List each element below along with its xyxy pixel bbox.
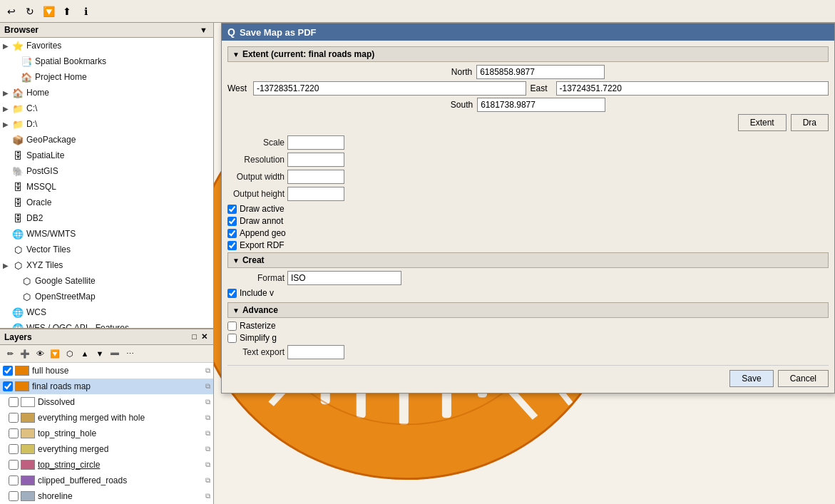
tree-item-c[interactable]: ▶ 📁 C:\ bbox=[0, 101, 213, 116]
draw-annot-checkbox[interactable] bbox=[227, 217, 237, 226]
toolbar-info-btn[interactable]: ℹ bbox=[77, 3, 94, 20]
save-button[interactable]: Save bbox=[729, 370, 773, 387]
tree-item-mssql[interactable]: 🗄 MSSQL bbox=[0, 179, 213, 195]
dialog-qgis-icon: Q bbox=[227, 26, 235, 38]
layers-group-btn[interactable]: ⬡ bbox=[63, 346, 77, 361]
east-input[interactable] bbox=[556, 81, 829, 96]
layer-checkbox-emhole[interactable] bbox=[9, 413, 19, 423]
layer-checkbox-full-house[interactable] bbox=[3, 366, 13, 376]
tree-item-spatialite[interactable]: 🗄 SpatiaLite bbox=[0, 148, 213, 163]
tree-label-postgis: PostGIS bbox=[26, 166, 58, 176]
tree-item-oracle[interactable]: 🗄 Oracle bbox=[0, 195, 213, 210]
tree-item-d[interactable]: ▶ 📁 D:\ bbox=[0, 116, 213, 132]
layer-top-string-circle[interactable]: top_string_circle ⧉ bbox=[0, 457, 213, 473]
dialog-btn-row: Save Cancel bbox=[227, 365, 829, 387]
include-v-checkbox[interactable] bbox=[227, 289, 237, 298]
tree-label-home: Home bbox=[26, 88, 49, 98]
layers-eye-btn[interactable]: 👁 bbox=[33, 346, 47, 361]
browser-collapse-btn[interactable]: ▼ bbox=[198, 25, 209, 35]
tree-item-postgis[interactable]: 🐘 PostGIS bbox=[0, 163, 213, 179]
tree-item-vector-tiles[interactable]: ⬡ Vector Tiles bbox=[0, 242, 213, 257]
layer-swatch-full-house bbox=[15, 366, 29, 376]
layers-filter-btn[interactable]: 🔽 bbox=[48, 346, 62, 361]
west-input[interactable] bbox=[253, 81, 526, 96]
resolution-input[interactable] bbox=[287, 153, 344, 167]
tree-item-home[interactable]: ▶ 🏠 Home bbox=[0, 85, 213, 101]
simplify-checkbox[interactable] bbox=[227, 334, 237, 343]
simplify-label: Simplify g bbox=[240, 333, 277, 343]
layer-label-emhole: everything merged with hole bbox=[38, 413, 205, 423]
tree-item-db2[interactable]: 🗄 DB2 bbox=[0, 210, 213, 226]
tree-item-project-home[interactable]: 🏠 Project Home bbox=[0, 69, 213, 85]
cancel-button[interactable]: Cancel bbox=[778, 370, 829, 387]
layer-everything-merged-hole[interactable]: everything merged with hole ⧉ bbox=[0, 410, 213, 426]
browser-tree[interactable]: ▶ ⭐ Favorites 📑 Spatial Bookmarks 🏠 Proj… bbox=[0, 38, 213, 328]
append-geo-checkbox[interactable] bbox=[227, 229, 237, 238]
draw-button[interactable]: Dra bbox=[791, 114, 829, 131]
create-arrow: ▼ bbox=[232, 257, 240, 264]
browser-section: Browser ▼ ▶ ⭐ Favorites 📑 Spatial Bookma bbox=[0, 23, 213, 329]
tree-item-spatial-bookmarks[interactable]: 📑 Spatial Bookmarks bbox=[0, 53, 213, 69]
layers-up-btn[interactable]: ▲ bbox=[78, 346, 92, 361]
export-rdf-checkbox[interactable] bbox=[227, 241, 237, 250]
layers-resize-btn[interactable]: □ bbox=[190, 331, 198, 342]
layers-add-btn[interactable]: ➕ bbox=[18, 346, 32, 361]
tree-item-geopackage[interactable]: 📦 GeoPackage bbox=[0, 132, 213, 148]
toolbar-filter-btn[interactable]: 🔽 bbox=[40, 3, 57, 20]
tree-item-favorites[interactable]: ▶ ⭐ Favorites bbox=[0, 38, 213, 53]
format-input[interactable] bbox=[287, 271, 401, 285]
layer-checkbox-cbr[interactable] bbox=[9, 475, 19, 485]
layer-dissolved[interactable]: Dissolved ⧉ bbox=[0, 394, 213, 410]
layer-checkbox-tsh[interactable] bbox=[9, 428, 19, 438]
scale-input[interactable] bbox=[287, 135, 344, 150]
layer-checkbox-shoreline[interactable] bbox=[9, 491, 19, 501]
layer-checkbox-em[interactable] bbox=[9, 444, 19, 454]
expand-arrow-xyz: ▶ bbox=[3, 262, 11, 269]
layer-final-roads-map[interactable]: final roads map ⧉ bbox=[0, 379, 213, 394]
layers-list[interactable]: full house ⧉ final roads map ⧉ Dis bbox=[0, 363, 213, 504]
north-input[interactable] bbox=[476, 65, 605, 79]
layer-checkbox-final-roads-map[interactable] bbox=[3, 381, 13, 391]
mssql-icon: 🗄 bbox=[11, 180, 24, 193]
layer-checkbox-tsc[interactable] bbox=[9, 460, 19, 470]
draw-active-checkbox[interactable] bbox=[227, 205, 237, 214]
tree-item-wms[interactable]: 🌐 WMS/WMTS bbox=[0, 226, 213, 242]
layers-edit-btn[interactable]: ✏ bbox=[3, 346, 17, 361]
text-export-input[interactable] bbox=[287, 345, 344, 359]
layers-remove-btn[interactable]: ➖ bbox=[108, 346, 122, 361]
extent-collapse[interactable]: ▼ Extent (current: final roads map) bbox=[227, 46, 829, 62]
tree-item-xyz[interactable]: ▶ ⬡ XYZ Tiles bbox=[0, 257, 213, 273]
tree-label-project-home: Project Home bbox=[35, 72, 87, 82]
layers-header: Layers □ ✕ bbox=[0, 329, 213, 345]
layers-close-btn[interactable]: ✕ bbox=[200, 331, 209, 342]
toolbar-back-btn[interactable]: ↩ bbox=[3, 3, 20, 20]
layers-down-btn[interactable]: ▼ bbox=[93, 346, 107, 361]
layer-top-string-hole[interactable]: top_string_hole ⧉ bbox=[0, 426, 213, 441]
extent-button[interactable]: Extent bbox=[738, 114, 787, 131]
wcs-icon: 🌐 bbox=[11, 306, 24, 319]
toolbar-refresh-btn[interactable]: ↻ bbox=[21, 3, 39, 20]
tree-item-openstreetmap[interactable]: ⬡ OpenStreetMap bbox=[0, 289, 213, 304]
toolbar-upload-btn[interactable]: ⬆ bbox=[58, 3, 76, 20]
rasterize-checkbox[interactable] bbox=[227, 322, 237, 331]
create-collapse[interactable]: ▼ Creat bbox=[227, 252, 829, 268]
output-height-input[interactable] bbox=[287, 187, 344, 201]
tree-item-google-satellite[interactable]: ⬡ Google Satellite bbox=[0, 273, 213, 289]
layer-everything-merged[interactable]: everything merged ⧉ bbox=[0, 441, 213, 457]
tree-item-wcs[interactable]: 🌐 WCS bbox=[0, 304, 213, 320]
south-input[interactable] bbox=[477, 98, 605, 112]
layers-label: Layers bbox=[4, 332, 32, 342]
draw-annot-label: Draw annot bbox=[240, 216, 283, 226]
layers-extra-btn[interactable]: ⋯ bbox=[123, 346, 137, 361]
output-width-input[interactable] bbox=[287, 170, 344, 184]
layer-checkbox-dissolved[interactable] bbox=[9, 397, 19, 407]
tree-item-wfs[interactable]: 🌐 WFS / OGC API - Features bbox=[0, 320, 213, 328]
postgis-icon: 🐘 bbox=[11, 165, 24, 178]
layer-cbr[interactable]: clipped_buffered_roads ⧉ bbox=[0, 473, 213, 488]
wfs-icon: 🌐 bbox=[11, 322, 24, 328]
layer-icon-shoreline: ⧉ bbox=[205, 492, 210, 500]
advanced-collapse[interactable]: ▼ Advance bbox=[227, 302, 829, 318]
layer-shoreline[interactable]: shoreline ⧉ bbox=[0, 488, 213, 504]
layer-full-house[interactable]: full house ⧉ bbox=[0, 363, 213, 379]
expand-arrow-favorites: ▶ bbox=[3, 42, 11, 50]
